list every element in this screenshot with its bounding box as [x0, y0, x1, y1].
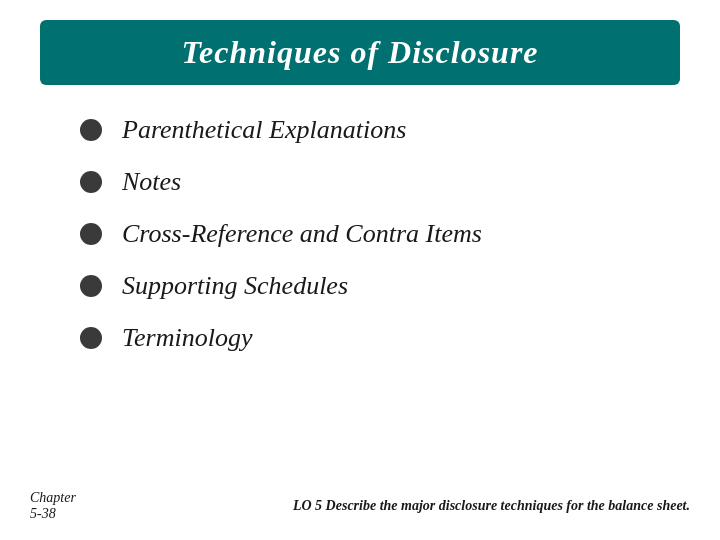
list-item: Terminology [80, 323, 680, 353]
footer: Chapter 5-38 LO 5 Describe the major dis… [0, 490, 720, 522]
bullet-text-4: Supporting Schedules [122, 271, 348, 301]
list-item: Cross-Reference and Contra Items [80, 219, 680, 249]
bullet-text-3: Cross-Reference and Contra Items [122, 219, 482, 249]
bullet-text-1: Parenthetical Explanations [122, 115, 406, 145]
list-item: Parenthetical Explanations [80, 115, 680, 145]
bullet-dot-1 [80, 119, 102, 141]
slide-title: Techniques of Disclosure [70, 34, 650, 71]
bullet-dot-5 [80, 327, 102, 349]
slide-container: Techniques of Disclosure Parenthetical E… [0, 0, 720, 540]
bullet-list: Parenthetical Explanations Notes Cross-R… [40, 115, 680, 353]
bullet-dot-2 [80, 171, 102, 193]
chapter-info: Chapter 5-38 [30, 490, 76, 522]
bullet-dot-3 [80, 223, 102, 245]
chapter-label: Chapter [30, 490, 76, 505]
chapter-number: 5-38 [30, 506, 56, 521]
bullet-text-2: Notes [122, 167, 181, 197]
bullet-text-5: Terminology [122, 323, 253, 353]
title-bar: Techniques of Disclosure [40, 20, 680, 85]
bullet-dot-4 [80, 275, 102, 297]
list-item: Supporting Schedules [80, 271, 680, 301]
list-item: Notes [80, 167, 680, 197]
lo-text: LO 5 Describe the major disclosure techn… [293, 498, 690, 514]
